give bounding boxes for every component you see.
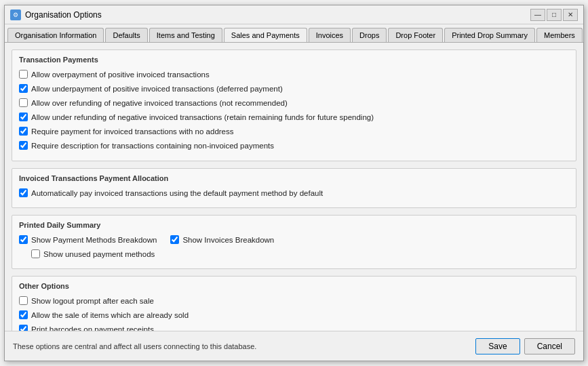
- require-payment-checkbox[interactable]: [19, 127, 28, 136]
- allow-over-refunding-row: Allow over refunding of negative invoice…: [19, 98, 569, 108]
- transaction-payments-section: Transaction Payments Allow overpayment o…: [12, 49, 576, 161]
- print-barcodes-label[interactable]: Print barcodes on payment receipts: [31, 324, 154, 331]
- show-unused-row: Show unused payment methods: [19, 249, 157, 260]
- footer-buttons: Save Cancel: [475, 338, 575, 354]
- auto-pay-row: Automatically pay invoiced transactions …: [19, 188, 569, 199]
- tab-drops[interactable]: Drops: [352, 28, 387, 43]
- show-logout-label[interactable]: Show logout prompt after each sale: [31, 296, 154, 306]
- show-invoices-checkbox[interactable]: [170, 235, 179, 244]
- allow-underpayment-checkbox[interactable]: [19, 84, 28, 93]
- tab-org-info[interactable]: Organisation Information: [7, 28, 104, 43]
- printed-daily-section: Printed Daily Summary Show Payment Metho…: [12, 215, 576, 269]
- allow-overpayment-label[interactable]: Allow overpayment of positive invoiced t…: [31, 69, 210, 80]
- tab-sales-payments[interactable]: Sales and Payments: [224, 28, 307, 43]
- window-title: Organisation Options: [25, 10, 530, 20]
- allow-already-sold-label[interactable]: Allow the sale of items which are alread…: [31, 310, 189, 321]
- other-options-section: Other Options Show logout prompt after e…: [12, 276, 576, 331]
- show-payment-methods-row: Show Payment Methods Breakdown: [19, 235, 157, 245]
- transaction-payments-title: Transaction Payments: [19, 56, 569, 64]
- tab-content: Transaction Payments Allow overpayment o…: [5, 43, 583, 331]
- print-barcodes-row: Print barcodes on payment receipts: [19, 324, 569, 331]
- printed-daily-columns: Show Payment Methods Breakdown Show unus…: [19, 235, 569, 263]
- allow-under-refunding-row: Allow under refunding of negative invoic…: [19, 112, 569, 123]
- show-payment-methods-checkbox[interactable]: [19, 235, 28, 244]
- printed-daily-col1: Show Payment Methods Breakdown Show unus…: [19, 235, 157, 263]
- show-payment-methods-label[interactable]: Show Payment Methods Breakdown: [31, 235, 157, 245]
- show-logout-checkbox[interactable]: [19, 296, 28, 305]
- require-description-checkbox[interactable]: [19, 141, 28, 150]
- allow-already-sold-checkbox[interactable]: [19, 310, 28, 319]
- auto-pay-label[interactable]: Automatically pay invoiced transactions …: [31, 188, 323, 199]
- require-description-label[interactable]: Require description for transactions con…: [31, 140, 274, 151]
- tab-invoices[interactable]: Invoices: [309, 28, 351, 43]
- allow-underpayment-row: Allow underpayment of positive invoiced …: [19, 83, 569, 94]
- tab-drop-footer[interactable]: Drop Footer: [388, 28, 443, 43]
- print-barcodes-checkbox[interactable]: [19, 325, 28, 331]
- footer: These options are central and affect all…: [5, 331, 583, 361]
- require-payment-row: Require payment for invoiced transaction…: [19, 126, 569, 137]
- tab-members[interactable]: Members: [536, 28, 583, 43]
- main-window: ⚙ Organisation Options — □ ✕ Organisatio…: [4, 5, 584, 361]
- allow-underpayment-label[interactable]: Allow underpayment of positive invoiced …: [31, 83, 283, 94]
- tab-defaults[interactable]: Defaults: [105, 28, 147, 43]
- show-invoices-row: Show Invoices Breakdown: [170, 235, 274, 245]
- allow-over-refunding-checkbox[interactable]: [19, 98, 28, 107]
- tab-bar: Organisation Information Defaults Items …: [5, 24, 583, 43]
- window-controls: — □ ✕: [530, 9, 578, 21]
- invoiced-transactions-section: Invoiced Transactions Payment Allocation…: [12, 168, 576, 208]
- save-button[interactable]: Save: [475, 338, 520, 354]
- maximize-button[interactable]: □: [547, 9, 562, 21]
- show-unused-checkbox[interactable]: [31, 249, 40, 258]
- title-bar: ⚙ Organisation Options — □ ✕: [5, 5, 583, 24]
- allow-overpayment-row: Allow overpayment of positive invoiced t…: [19, 69, 569, 80]
- footer-info: These options are central and affect all…: [13, 342, 256, 350]
- allow-over-refunding-label[interactable]: Allow over refunding of negative invoice…: [31, 98, 288, 108]
- show-unused-label[interactable]: Show unused payment methods: [43, 249, 155, 260]
- require-payment-label[interactable]: Require payment for invoiced transaction…: [31, 126, 234, 137]
- printed-daily-title: Printed Daily Summary: [19, 221, 569, 229]
- minimize-button[interactable]: —: [530, 9, 545, 21]
- require-description-row: Require description for transactions con…: [19, 140, 569, 151]
- other-options-title: Other Options: [19, 282, 569, 290]
- close-button[interactable]: ✕: [563, 9, 578, 21]
- tab-items-testing[interactable]: Items and Testing: [149, 28, 222, 43]
- allow-already-sold-row: Allow the sale of items which are alread…: [19, 310, 569, 321]
- show-logout-row: Show logout prompt after each sale: [19, 296, 569, 306]
- printed-daily-col2: Show Invoices Breakdown: [170, 235, 274, 263]
- app-icon: ⚙: [10, 9, 21, 20]
- invoiced-transactions-title: Invoiced Transactions Payment Allocation: [19, 174, 569, 182]
- allow-under-refunding-checkbox[interactable]: [19, 113, 28, 121]
- auto-pay-checkbox[interactable]: [19, 188, 28, 197]
- show-invoices-label[interactable]: Show Invoices Breakdown: [182, 235, 274, 245]
- cancel-button[interactable]: Cancel: [524, 338, 575, 354]
- allow-overpayment-checkbox[interactable]: [19, 70, 28, 79]
- tab-printed-drop[interactable]: Printed Drop Summary: [444, 28, 535, 43]
- allow-under-refunding-label[interactable]: Allow under refunding of negative invoic…: [31, 112, 374, 123]
